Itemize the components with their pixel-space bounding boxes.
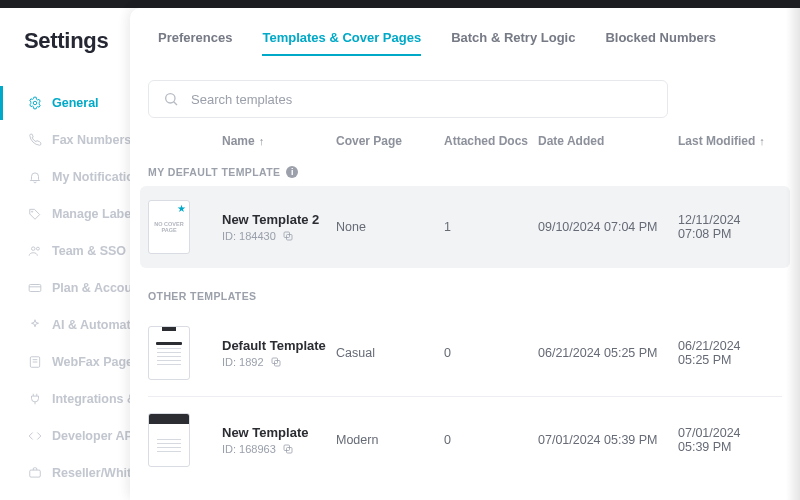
template-last-modified: 06/21/2024 05:25 PM [678,339,772,367]
code-icon [28,429,42,443]
sort-asc-icon: ↑ [759,135,765,147]
template-last-modified: 07/01/2024 05:39 PM [678,426,772,454]
sidebar-item-label: Integrations & [52,392,136,406]
svg-point-3 [36,247,39,250]
tab-blocked-numbers[interactable]: Blocked Numbers [605,26,716,55]
copy-icon[interactable] [282,230,294,242]
sidebar-item-label: General [52,96,99,110]
window-top-bar [0,0,800,8]
search-icon [163,91,179,107]
template-id: ID: 1892 [222,356,264,368]
tabs: Preferences Templates & Cover Pages Batc… [130,26,800,66]
page-icon [28,355,42,369]
sidebar-item-label: Team & SSO [52,244,126,258]
gear-icon [28,96,42,110]
table-row[interactable]: ★ NO COVER PAGE New Template 2 ID: 18443… [140,186,790,268]
template-name: New Template 2 [222,212,336,227]
sidebar-item-plan-account[interactable]: Plan & Account [24,271,130,305]
svg-point-0 [33,101,37,105]
template-attached-docs: 0 [444,433,538,447]
thumbnail-no-cover-text: NO COVER PAGE [149,221,189,233]
col-header-cover[interactable]: Cover Page [336,134,444,148]
info-icon[interactable]: i [286,166,298,178]
svg-point-11 [166,94,175,103]
section-other-templates: OTHER TEMPLATES [130,282,800,310]
page-title: Settings [24,28,130,54]
copy-icon[interactable] [282,443,294,455]
svg-point-2 [32,247,36,251]
sidebar-item-reseller[interactable]: Reseller/White [24,456,130,490]
svg-rect-10 [30,470,41,477]
phone-icon [28,133,42,147]
sidebar-item-developer-api[interactable]: Developer API [24,419,130,453]
sidebar-item-label: Reseller/White [52,466,138,480]
search-box[interactable] [148,80,668,118]
template-date-added: 09/10/2024 07:04 PM [538,220,678,234]
template-attached-docs: 1 [444,220,538,234]
template-id: ID: 168963 [222,443,276,455]
template-cover-page: Casual [336,346,444,360]
sidebar-item-notifications[interactable]: My Notifications [24,160,130,194]
plug-icon [28,392,42,406]
section-default-template: MY DEFAULT TEMPLATE i [130,158,800,186]
sidebar-item-fax-numbers[interactable]: Fax Numbers [24,123,130,157]
table-row[interactable]: Default Template ID: 1892 Casual 0 06/21… [130,310,800,396]
tag-icon [28,207,42,221]
template-thumbnail: ★ NO COVER PAGE [148,200,190,254]
sidebar-item-label: WebFax Pages [52,355,140,369]
col-header-date-added[interactable]: Date Added [538,134,678,148]
sidebar-item-general[interactable]: General [24,86,130,120]
template-date-added: 07/01/2024 05:39 PM [538,433,678,447]
sidebar-item-label: Developer API [52,429,136,443]
sidebar-item-team-sso[interactable]: Team & SSO [24,234,130,268]
briefcase-icon [28,466,42,480]
template-id: ID: 184430 [222,230,276,242]
users-icon [28,244,42,258]
clipboard-icon [162,326,176,331]
tab-preferences[interactable]: Preferences [158,26,232,55]
tab-batch-retry[interactable]: Batch & Retry Logic [451,26,575,55]
sidebar-item-label: Manage Labels [52,207,142,221]
bell-icon [28,170,42,184]
sort-asc-icon: ↑ [259,135,265,147]
template-thumbnail [148,326,190,380]
sparkle-icon [28,318,42,332]
svg-rect-4 [29,285,41,292]
tab-templates-cover-pages[interactable]: Templates & Cover Pages [262,26,421,55]
table-row[interactable]: New Template ID: 168963 Modern 0 07/01/2… [130,397,800,483]
sidebar-nav: General Fax Numbers My Notifications Man… [24,86,130,490]
main-panel: Preferences Templates & Cover Pages Batc… [130,8,800,500]
sidebar-item-webfax-pages[interactable]: WebFax Pages [24,345,130,379]
table-header-row: Name↑ Cover Page Attached Docs Date Adde… [130,128,800,158]
sidebar-item-ai-automation[interactable]: AI & Automation [24,308,130,342]
svg-line-12 [174,102,177,105]
sidebar-item-integrations[interactable]: Integrations & [24,382,130,416]
star-icon: ★ [177,203,186,214]
sidebar-item-label: Fax Numbers [52,133,131,147]
col-header-docs[interactable]: Attached Docs [444,134,538,148]
template-name: Default Template [222,338,336,353]
sidebar-item-labels[interactable]: Manage Labels [24,197,130,231]
col-header-last-modified[interactable]: Last Modified↑ [678,134,772,148]
template-name: New Template [222,425,336,440]
col-header-name[interactable]: Name↑ [222,134,336,148]
settings-sidebar: Settings General Fax Numbers My Notifica… [0,8,130,500]
template-cover-page: None [336,220,444,234]
credit-card-icon [28,281,42,295]
template-last-modified: 12/11/2024 07:08 PM [678,213,772,241]
template-attached-docs: 0 [444,346,538,360]
template-date-added: 06/21/2024 05:25 PM [538,346,678,360]
svg-point-1 [32,211,33,212]
template-cover-page: Modern [336,433,444,447]
template-thumbnail [148,413,190,467]
search-input[interactable] [191,92,653,107]
copy-icon[interactable] [270,356,282,368]
